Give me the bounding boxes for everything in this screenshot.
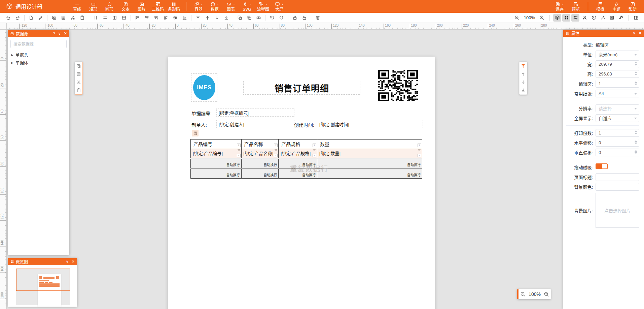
prop-text-input[interactable] [596, 173, 639, 181]
autowrap-cell[interactable]: 自动换行 [242, 159, 279, 168]
collapse-button[interactable]: ∨ [633, 31, 636, 35]
prop-text-input[interactable] [596, 183, 639, 191]
palette-detail-button[interactable] [75, 70, 82, 78]
edit-trash-button[interactable] [314, 14, 322, 22]
datasource-search-input[interactable] [10, 40, 67, 48]
edit-paste-button[interactable] [78, 14, 86, 22]
palette-paste-button[interactable] [75, 86, 82, 94]
collapse-button[interactable]: ∨ [66, 259, 69, 264]
tool-line[interactable]: 直线 [69, 0, 85, 13]
tool-barcode[interactable]: 条形码 [166, 0, 182, 13]
tool-help[interactable]: 帮助 [624, 0, 641, 13]
design-canvas[interactable]: IMES 销售订单明细 单据编号: [绑定:单据编号] 制单人: [绑定:创建人… [7, 30, 644, 309]
qrcode-element[interactable] [378, 70, 418, 101]
edit-align-top-button[interactable] [162, 14, 170, 22]
autowrap-cell[interactable]: 自动换行 [191, 159, 242, 168]
palette-move-down-button[interactable] [520, 78, 527, 86]
autowrap-cell[interactable]: 自动换行 [317, 159, 422, 168]
edit-group-fill-button[interactable] [245, 14, 253, 22]
header-cell-数量[interactable]: 数量T [317, 140, 422, 148]
header-cell-产品名称[interactable]: 产品名称T [242, 140, 279, 148]
edit-redo-button[interactable] [13, 14, 22, 22]
spinner-arrows[interactable] [635, 62, 637, 66]
close-button[interactable]: ✕ [639, 31, 642, 35]
prop-number-input[interactable]: 209.79 [596, 60, 639, 68]
edit-move-up-button[interactable] [203, 14, 212, 22]
tool-screen[interactable]: 大屏 [271, 0, 287, 13]
tool-circle[interactable]: 圆形 [101, 0, 117, 13]
tool-image[interactable]: 图片 [134, 0, 150, 13]
tool-preview[interactable]: 预览 [568, 0, 584, 13]
edit-lock-button[interactable] [291, 14, 299, 22]
autowrap-cell[interactable]: 自动换行 [317, 169, 422, 178]
zoom-out-button[interactable] [513, 14, 521, 22]
help-button[interactable]: ? [53, 32, 55, 36]
edit-stretch-h-button[interactable] [120, 14, 128, 22]
prop-select[interactable]: 自适应 [596, 114, 639, 122]
datasource-panel-header[interactable]: 数据源 ? ∨ ✕ [8, 30, 69, 37]
tool-theme[interactable]: 主题 [608, 0, 624, 13]
binding-cell[interactable]: [绑定:产品名称]T [242, 148, 279, 158]
prop-number-input[interactable]: 0 [596, 149, 639, 156]
delete-icon[interactable] [313, 149, 316, 152]
tool-chart[interactable]: 图表 [223, 0, 239, 13]
spinner-arrows[interactable] [635, 71, 637, 75]
tool-svgtool[interactable]: SVG [239, 0, 255, 13]
table-settings-icon[interactable] [192, 130, 199, 136]
properties-panel-header[interactable]: 属性 ∨ ✕ [563, 30, 644, 37]
edit-align-bottom-button[interactable] [180, 14, 189, 22]
edit-detail-button[interactable] [59, 14, 68, 22]
binding-cell[interactable]: [绑定:产品规格]T [279, 148, 317, 158]
detail-table[interactable]: 产品编号T产品名称T产品规格T数量T[绑定:产品编号]T[绑定:产品名称]T[绑… [190, 139, 422, 179]
background-image-picker[interactable]: 点击选择图片 [596, 193, 639, 228]
view-stack-button[interactable] [553, 14, 561, 22]
autowrap-cell[interactable]: 自动换行 [279, 169, 317, 178]
autowrap-cell[interactable]: 自动换行 [191, 169, 242, 178]
zoom-out-icon[interactable] [520, 291, 526, 297]
edit-align-middle-button[interactable] [171, 14, 179, 22]
tool-qrcode[interactable]: 二维码 [150, 0, 166, 13]
edit-unlock-button[interactable] [300, 14, 309, 22]
binding-cell[interactable]: [绑定:数量]T [317, 148, 422, 158]
prop-number-input[interactable]: 1 [596, 129, 639, 137]
view-grid2-button[interactable] [608, 14, 616, 22]
tool-rect[interactable]: 矩形 [85, 0, 101, 13]
overview-viewport[interactable] [16, 269, 70, 291]
edit-rotate-left-button[interactable] [268, 14, 276, 22]
edit-addcopy-button[interactable] [50, 14, 58, 22]
view-sliders-button[interactable] [571, 14, 579, 22]
zoom-in-button[interactable] [538, 14, 546, 22]
palette-cut-button[interactable] [75, 78, 82, 86]
logo-element[interactable]: IMES [191, 73, 217, 102]
binding-cell[interactable]: [绑定:产品编号]T [191, 148, 242, 158]
delete-icon[interactable] [274, 149, 277, 152]
view-blocks-button[interactable] [562, 14, 570, 22]
report-page[interactable]: IMES 销售订单明细 单据编号: [绑定:单据编号] 制单人: [绑定:创建人… [168, 57, 435, 309]
header-cell-产品编号[interactable]: 产品编号T [191, 140, 242, 148]
doc-no-binding[interactable]: [绑定:单据编号] [216, 109, 294, 117]
close-button[interactable]: ✕ [64, 31, 67, 36]
edit-combine-button[interactable] [254, 14, 263, 22]
tool-text[interactable]: 文本 [117, 0, 134, 13]
collapse-button[interactable]: ∨ [58, 31, 61, 36]
view-history-button[interactable] [589, 14, 598, 22]
edit-space-h-button[interactable] [101, 14, 109, 22]
autowrap-cell[interactable]: 自动换行 [242, 169, 279, 178]
delete-icon[interactable] [418, 149, 421, 152]
prop-select[interactable]: 请选择 [596, 104, 639, 112]
palette-to-top-button[interactable] [520, 62, 527, 70]
prop-select[interactable]: A4 [596, 90, 639, 97]
palette-to-bottom-button[interactable] [520, 86, 527, 94]
doc-no-label[interactable]: 单据编号: [191, 110, 212, 117]
maker-binding[interactable]: [绑定:创建人] [216, 120, 294, 128]
edit-group-button[interactable] [236, 14, 244, 22]
ctime-label[interactable]: 创建时间: [294, 121, 314, 128]
prop-number-input[interactable]: 296.83 [596, 70, 639, 78]
edit-undo-button[interactable] [4, 14, 12, 22]
palette-addcopy-button[interactable] [75, 62, 82, 70]
edit-align-right-button[interactable] [152, 14, 160, 22]
edit-stretch-v-button[interactable] [110, 14, 119, 22]
edit-to-bottom-button[interactable] [222, 14, 230, 22]
delete-icon[interactable] [237, 149, 240, 152]
tool-container[interactable]: 容器 [190, 0, 207, 13]
